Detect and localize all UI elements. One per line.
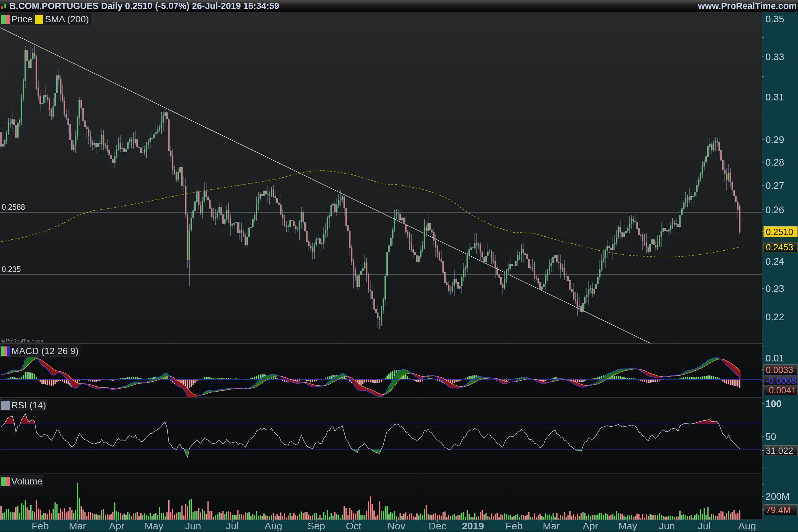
svg-text:SMA (200): SMA (200)	[45, 14, 89, 24]
svg-text:Dec: Dec	[429, 520, 446, 531]
svg-text:Mar: Mar	[69, 520, 86, 531]
svg-text:Apr: Apr	[109, 520, 125, 531]
svg-text:0.33: 0.33	[765, 52, 784, 62]
svg-text:31.022: 31.022	[766, 446, 793, 456]
svg-text:Oct: Oct	[346, 520, 361, 531]
svg-text:-0.0008: -0.0008	[766, 376, 796, 386]
svg-text:Jun: Jun	[185, 520, 201, 531]
svg-text:May: May	[145, 520, 164, 531]
svg-text:0.23: 0.23	[765, 283, 784, 294]
svg-text:Aug: Aug	[738, 520, 756, 531]
svg-text:© ProRealTime.com: © ProRealTime.com	[1, 338, 43, 343]
svg-text:Jul: Jul	[226, 520, 239, 531]
svg-text:0.2588: 0.2588	[2, 203, 25, 211]
svg-text:0.28: 0.28	[765, 157, 784, 168]
svg-text:2019: 2019	[462, 520, 484, 531]
svg-text:Apr: Apr	[583, 520, 598, 531]
svg-text:100: 100	[765, 398, 781, 409]
svg-text:May: May	[619, 520, 638, 531]
svg-text:www.ProRealTime.com: www.ProRealTime.com	[698, 1, 797, 11]
svg-text:Aug: Aug	[264, 520, 282, 531]
svg-text:200M: 200M	[765, 491, 790, 502]
svg-text:B.COM.PORTUGUES Daily 0.2510 (: B.COM.PORTUGUES Daily 0.2510 (-5.07%) 26…	[9, 1, 279, 11]
svg-text:Feb: Feb	[32, 520, 49, 531]
svg-text:0.235: 0.235	[2, 265, 21, 274]
svg-text:0.24: 0.24	[765, 256, 784, 267]
svg-text:0.2510: 0.2510	[766, 227, 793, 237]
svg-text:0.01: 0.01	[765, 353, 784, 363]
svg-text:0.2453: 0.2453	[766, 242, 793, 252]
svg-text:0.35: 0.35	[765, 14, 784, 24]
svg-text:MACD (12 26 9): MACD (12 26 9)	[11, 346, 78, 356]
svg-text:0.0033: 0.0033	[766, 365, 793, 375]
svg-text:Nov: Nov	[388, 520, 405, 531]
svg-text:79.4M: 79.4M	[766, 505, 791, 515]
svg-text:50: 50	[765, 431, 776, 442]
svg-text:-0.0041: -0.0041	[766, 385, 796, 395]
svg-text:Jul: Jul	[698, 520, 710, 531]
svg-text:0.29: 0.29	[765, 134, 784, 145]
svg-text:Price: Price	[11, 14, 33, 24]
svg-text:0.22: 0.22	[765, 311, 784, 322]
svg-text:Volume: Volume	[11, 476, 42, 487]
svg-text:Feb: Feb	[506, 520, 523, 531]
svg-text:RSI (14): RSI (14)	[11, 400, 46, 410]
svg-text:0.27: 0.27	[765, 180, 784, 191]
svg-text:Mar: Mar	[543, 520, 560, 531]
svg-text:Sep: Sep	[307, 520, 325, 531]
svg-text:0.26: 0.26	[765, 205, 784, 215]
svg-text:Jun: Jun	[659, 520, 675, 531]
svg-text:0.31: 0.31	[765, 92, 784, 102]
